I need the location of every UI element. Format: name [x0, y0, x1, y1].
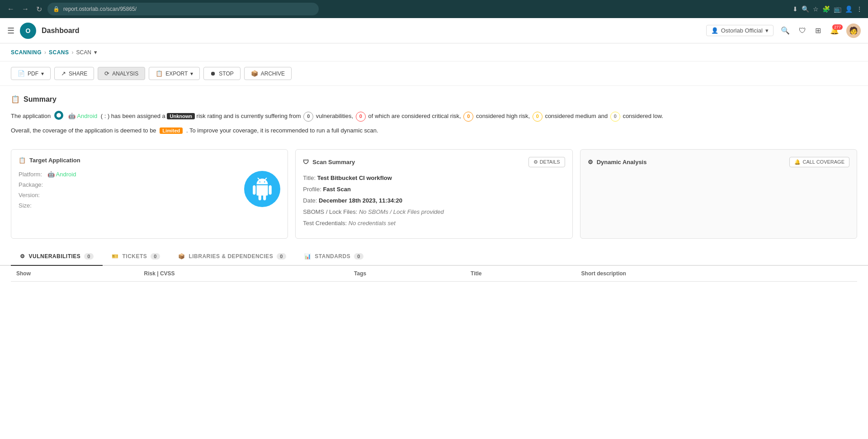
- scan-profile-label: Profile:: [303, 186, 321, 193]
- summary-section: 📋 Summary The application 🤖 Android ( : …: [0, 86, 868, 149]
- tab-tickets[interactable]: 🎫 TICKETS 0: [103, 248, 169, 266]
- call-coverage-button[interactable]: 🔔 CALL COVERAGE: [789, 157, 849, 167]
- col-risk-cvss: Risk | CVSS: [139, 266, 349, 282]
- user-avatar[interactable]: 🧑: [846, 24, 861, 38]
- standards-tab-icon: 📊: [304, 253, 311, 260]
- shield-icon[interactable]: 🛡: [797, 25, 808, 37]
- breadcrumb-scanning[interactable]: SCANNING: [11, 49, 42, 56]
- tickets-tab-badge: 0: [151, 253, 160, 260]
- hamburger-menu[interactable]: ☰: [7, 26, 14, 36]
- browser-chrome: ← → ↻ 🔒 report.ostorlab.co/scan/95865/ ⬇…: [0, 0, 868, 18]
- export-icon: 📋: [156, 70, 163, 77]
- extension-icon[interactable]: 🧩: [822, 5, 830, 13]
- breadcrumb-scans[interactable]: SCANS: [49, 49, 69, 56]
- app-logo: O: [20, 23, 36, 39]
- scan-date-label: Date:: [303, 197, 317, 204]
- cards-row: 📋 Target Application Platform: 🤖 Android…: [0, 149, 868, 248]
- analysis-button[interactable]: ⟳ ANALYSIS: [98, 67, 145, 80]
- summary-text-suffering: risk rating and is currently suffering f…: [197, 113, 301, 119]
- total-vuln-count: 0: [303, 112, 313, 122]
- app-title: Dashboard: [42, 27, 80, 35]
- libraries-tab-icon: 📦: [178, 253, 185, 260]
- summary-title: 📋 Summary: [11, 95, 857, 104]
- tab-standards[interactable]: 📊 STANDARDS 0: [295, 248, 373, 266]
- scan-sboms-value: No SBOMs / Lock Files provided: [359, 208, 444, 215]
- libraries-tab-label: LIBRARIES & DEPENDENCIES: [189, 253, 273, 260]
- back-button[interactable]: ←: [5, 3, 16, 15]
- scan-sboms-row: SBOMS / Lock Files: No SBOMs / Lock File…: [303, 208, 565, 215]
- vulnerabilities-table: Show Risk | CVSS Tags Title Short descri…: [11, 266, 857, 282]
- version-label: Version:: [19, 192, 40, 198]
- download-icon[interactable]: ⬇: [793, 5, 798, 13]
- scan-title-label: Title:: [303, 175, 316, 181]
- details-button[interactable]: ⚙ DETAILS: [528, 157, 565, 167]
- size-label: Size:: [19, 202, 32, 209]
- scan-credentials-label: Test Credentials:: [303, 220, 347, 227]
- summary-icon: 📋: [11, 95, 20, 104]
- share-icon: ↗: [61, 70, 66, 77]
- grid-icon[interactable]: ⊞: [813, 24, 823, 37]
- address-bar[interactable]: 🔒 report.ostorlab.co/scan/95865/: [47, 3, 319, 15]
- summary-text-low: considered low.: [623, 113, 663, 119]
- call-coverage-icon: 🔔: [794, 159, 801, 165]
- breadcrumb-scan: SCAN: [76, 49, 91, 56]
- platform-label: Platform:: [19, 171, 42, 178]
- medium-vuln-count: 0: [533, 112, 542, 122]
- notification-bell[interactable]: 🔔 277: [828, 26, 841, 35]
- export-button[interactable]: 📋 EXPORT ▾: [149, 67, 200, 80]
- cast-icon[interactable]: 📺: [834, 5, 841, 13]
- bookmark-icon[interactable]: ☆: [813, 5, 819, 13]
- share-label: SHARE: [69, 71, 87, 77]
- call-coverage-label: CALL COVERAGE: [802, 159, 844, 165]
- scan-summary-card: 🛡 Scan Summary ⚙ DETAILS Title: Test Bit…: [295, 149, 572, 239]
- org-icon: 👤: [711, 27, 718, 34]
- share-button[interactable]: ↗ SHARE: [54, 67, 94, 80]
- archive-button[interactable]: 📦 ARCHIVE: [244, 67, 292, 80]
- menu-icon[interactable]: ⋮: [856, 5, 863, 13]
- scan-summary-title: 🛡 Scan Summary: [303, 159, 355, 165]
- tab-vulnerabilities[interactable]: ⚙ VULNERABILITIES 0: [11, 248, 103, 266]
- platform-row: Platform: 🤖 Android: [19, 171, 237, 178]
- stop-label: STOP: [219, 71, 233, 77]
- refresh-button[interactable]: ↻: [34, 3, 44, 15]
- pdf-label: PDF: [28, 71, 38, 77]
- libraries-tab-badge: 0: [277, 253, 286, 260]
- summary-line-2: Overall, the coverage of the application…: [11, 126, 857, 136]
- col-tags: Tags: [349, 266, 465, 282]
- col-show: Show: [11, 266, 139, 282]
- android-label: 🤖 Android: [68, 113, 97, 119]
- platform-circle-icon: [54, 111, 63, 120]
- tab-libraries[interactable]: 📦 LIBRARIES & DEPENDENCIES 0: [169, 248, 295, 266]
- svg-point-0: [57, 113, 61, 118]
- vulnerabilities-tab-icon: ⚙: [20, 253, 25, 260]
- browser-actions: ⬇ 🔍 ☆ 🧩 📺 👤 ⋮: [793, 5, 863, 13]
- high-vuln-count: 0: [463, 112, 473, 122]
- analysis-label: ANALYSIS: [112, 71, 138, 77]
- scan-sboms-label: SBOMS / Lock Files:: [303, 208, 357, 215]
- summary-text-before: The application: [11, 113, 51, 119]
- breadcrumb: SCANNING › SCANS › SCAN ▾: [0, 43, 868, 61]
- standards-tab-label: STANDARDS: [315, 253, 350, 260]
- header-right: 👤 Ostorlab Official ▾ 🔍 🛡 ⊞ 🔔 277 🧑: [706, 24, 861, 38]
- platform-value: 🤖 Android: [47, 171, 76, 178]
- details-icon: ⚙: [533, 159, 538, 165]
- org-name: Ostorlab Official: [721, 27, 763, 34]
- search-icon[interactable]: 🔍: [779, 24, 792, 37]
- summary-line-1: The application 🤖 Android ( : ) has been…: [11, 111, 857, 122]
- export-label: EXPORT: [165, 71, 188, 77]
- breadcrumb-dropdown-icon[interactable]: ▾: [94, 49, 97, 56]
- zoom-icon[interactable]: 🔍: [802, 5, 809, 13]
- dynamic-analysis-icon: ⚙: [588, 159, 593, 165]
- profile-icon[interactable]: 👤: [845, 5, 853, 13]
- pdf-button[interactable]: 📄 PDF ▾: [11, 67, 51, 80]
- archive-icon: 📦: [251, 70, 258, 77]
- org-selector[interactable]: 👤 Ostorlab Official ▾: [706, 25, 774, 36]
- critical-vuln-count: 0: [356, 112, 366, 122]
- app-header: ☰ O Dashboard 👤 Ostorlab Official ▾ 🔍 🛡 …: [0, 18, 868, 43]
- scan-title-row: Title: Test Bitbucket CI workflow: [303, 175, 565, 181]
- forward-button[interactable]: →: [20, 3, 31, 15]
- standards-tab-badge: 0: [354, 253, 363, 260]
- stop-button[interactable]: ⏺ STOP: [203, 67, 240, 80]
- coverage-badge-limited: Limited: [160, 127, 183, 134]
- tickets-tab-icon: 🎫: [112, 253, 119, 260]
